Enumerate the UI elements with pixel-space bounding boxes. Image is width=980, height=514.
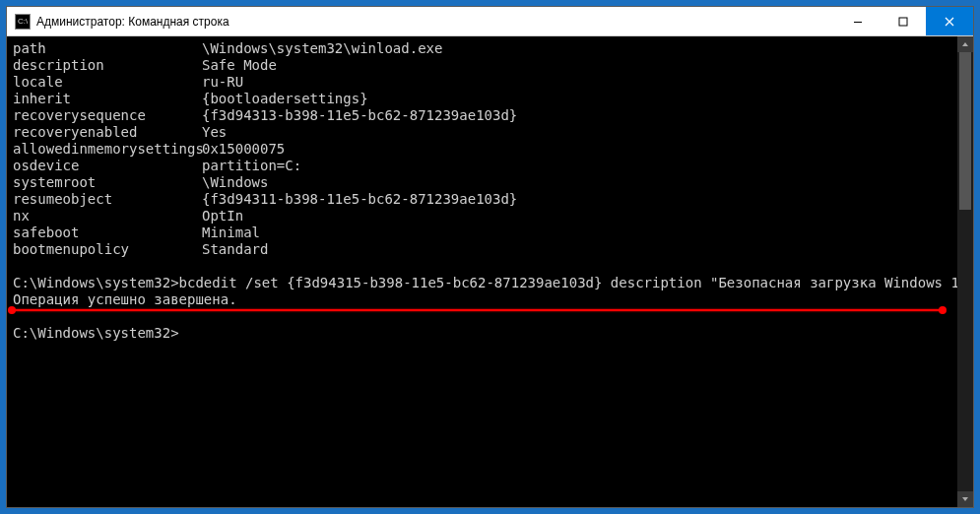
blank-line	[13, 258, 951, 275]
console-output[interactable]: path\Windows\system32\winload.exedescrip…	[7, 36, 957, 507]
output-value: Safe Mode	[202, 57, 277, 74]
output-value: ru-RU	[202, 74, 243, 91]
annotation-underline	[11, 309, 944, 311]
svg-rect-0	[854, 22, 862, 23]
output-value: OptIn	[202, 208, 243, 225]
output-key: description	[13, 57, 202, 74]
window-controls	[835, 7, 973, 35]
output-key: recoveryenabled	[13, 124, 202, 141]
output-key: allowedinmemorysettings	[13, 141, 202, 158]
output-key: recoverysequence	[13, 107, 202, 124]
output-row: localeru-RU	[13, 74, 951, 91]
window-title: Администратор: Командная строка	[36, 15, 229, 29]
close-button[interactable]	[926, 7, 973, 35]
output-value: {f3d94311-b398-11e5-bc62-871239ae103d}	[202, 191, 517, 208]
output-value: \Windows\system32\winload.exe	[202, 40, 442, 57]
output-row: resumeobject{f3d94311-b398-11e5-bc62-871…	[13, 191, 951, 208]
output-row: osdevicepartition=C:	[13, 158, 951, 174]
output-row: nxOptIn	[13, 208, 951, 225]
minimize-button[interactable]	[835, 7, 881, 35]
output-value: 0x15000075	[202, 141, 285, 158]
output-key: locale	[13, 74, 202, 91]
output-row: systemroot\Windows	[13, 174, 951, 191]
output-value: Yes	[202, 124, 227, 141]
vertical-scrollbar[interactable]	[957, 36, 973, 507]
output-key: systemroot	[13, 174, 202, 191]
command-line: C:\Windows\system32>bcdedit /set {f3d943…	[13, 275, 951, 291]
scroll-down-button[interactable]	[957, 491, 973, 507]
output-key: inherit	[13, 91, 202, 107]
output-value: {bootloadersettings}	[202, 91, 368, 107]
scroll-thumb[interactable]	[959, 52, 971, 210]
output-value: {f3d94313-b398-11e5-bc62-871239ae103d}	[202, 107, 517, 124]
cmd-icon: C:\	[15, 14, 31, 30]
output-key: osdevice	[13, 158, 202, 174]
output-row: bootmenupolicyStandard	[13, 241, 951, 258]
client-area: path\Windows\system32\winload.exedescrip…	[7, 36, 973, 507]
output-row: allowedinmemorysettings0x15000075	[13, 141, 951, 158]
output-key: nx	[13, 208, 202, 225]
output-key: bootmenupolicy	[13, 241, 202, 258]
output-row: inherit{bootloadersettings}	[13, 91, 951, 107]
output-value: Minimal	[202, 225, 260, 241]
maximize-button[interactable]	[881, 7, 926, 35]
output-row: recoveryenabledYes	[13, 124, 951, 141]
scroll-up-button[interactable]	[957, 36, 973, 52]
command-prompt-window: C:\ Администратор: Командная строка path…	[6, 6, 974, 508]
output-key: safeboot	[13, 225, 202, 241]
output-value: \Windows	[202, 174, 268, 191]
prompt-line[interactable]: C:\Windows\system32>	[13, 325, 951, 342]
output-row: path\Windows\system32\winload.exe	[13, 40, 951, 57]
output-row: descriptionSafe Mode	[13, 57, 951, 74]
output-value: partition=C:	[202, 158, 301, 174]
output-row: safebootMinimal	[13, 225, 951, 241]
output-row: recoverysequence{f3d94313-b398-11e5-bc62…	[13, 107, 951, 124]
svg-rect-1	[899, 18, 907, 26]
output-key: resumeobject	[13, 191, 202, 208]
output-value: Standard	[202, 241, 268, 258]
result-line: Операция успешно завершена.	[13, 291, 951, 308]
scroll-track[interactable]	[957, 52, 973, 491]
output-key: path	[13, 40, 202, 57]
title-bar[interactable]: C:\ Администратор: Командная строка	[7, 7, 973, 36]
